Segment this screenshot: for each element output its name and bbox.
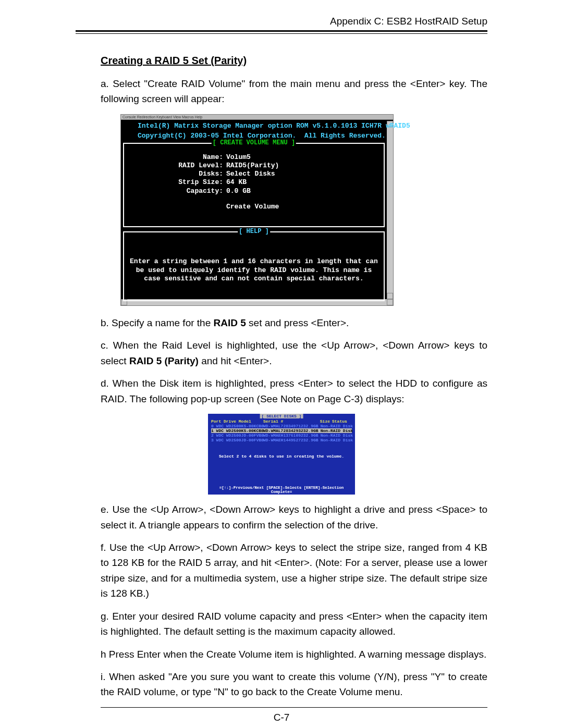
bios-console: Console Redirection Keyboard View Macros… xyxy=(120,114,394,306)
para-h: h Press Enter when the Create Volume ite… xyxy=(101,647,487,662)
scrollbar-vertical xyxy=(387,121,393,299)
disks-label: Disks: xyxy=(124,170,226,178)
para-b: b. Specify a name for the RAID 5 set and… xyxy=(101,315,487,330)
rom-header-1: Intel(R) Matrix Storage Manager option R… xyxy=(122,121,386,131)
cap-value: 0.0 GB xyxy=(226,187,251,195)
help-title: [ HELP ] xyxy=(238,228,270,235)
create-volume-box: [ CREATE VOLUME MENU ] Name:Volum5 RAID … xyxy=(123,143,385,227)
help-text: Enter a string between 1 and 16 characte… xyxy=(124,232,384,284)
page-header: Appendix C: ESB2 HostRAID Setup xyxy=(76,16,487,30)
name-value: Volum5 xyxy=(226,153,251,162)
disk-row: 1 WDC WD2500KS-00KCB0WD-WMAL72834293232.… xyxy=(211,428,352,433)
strip-value: 64 KB xyxy=(226,178,247,187)
console-menubar: Console Redirection Keyboard View Macros… xyxy=(121,115,393,120)
select-disks-popup: [ SELECT DISKS ] Port Drive Model Serial… xyxy=(208,414,355,495)
popup-message: Select 2 to 4 disks to use in creating t… xyxy=(211,442,352,459)
footer-rule xyxy=(101,707,487,708)
popup-footer: =[↑↓]-Previous/Next [SPACE]-Selects [ENT… xyxy=(208,486,355,494)
popup-title: [ SELECT DISKS ] xyxy=(260,414,303,418)
disk-row: 0 WDC WD2500KS-00KCB0WD-WMAL72834971232.… xyxy=(211,424,352,428)
create-volume-title: [ CREATE VOLUME MENU ] xyxy=(212,139,296,146)
disks-value: Select Disks xyxy=(226,170,275,178)
para-a: a. Select "Create RAID Volume" from the … xyxy=(101,76,487,107)
para-i: i. When asked "Are you sure you want to … xyxy=(101,669,487,700)
section-title: Creating a RAID 5 Set (Parity) xyxy=(101,55,487,67)
disk-row: 3 WDC WD2500JD-00FVB0WD-WMAEH1449527232.… xyxy=(211,438,352,442)
para-f: f. Use the <Up Arrow>, <Down Arrow> keys… xyxy=(101,540,487,601)
disk-row: 2 WDC WD2500JD-00FVB0WD-WMAEH1376109232.… xyxy=(211,433,352,438)
strip-label: Strip Size: xyxy=(124,178,226,187)
para-d: d. When the Disk item is highlighted, pr… xyxy=(101,376,487,406)
para-g: g. Enter your desired RAID volume capaci… xyxy=(101,609,487,639)
level-label: RAID Level: xyxy=(124,162,226,170)
cap-label: Capacity: xyxy=(124,187,226,195)
page-number: C-7 xyxy=(76,712,487,723)
create-action: Create Volume xyxy=(226,203,279,211)
para-e: e. Use the <Up Arrow>, <Down Arrow> keys… xyxy=(101,502,487,533)
popup-header-row: Port Drive Model Serial # Size Status xyxy=(211,419,352,424)
header-rule xyxy=(76,30,487,34)
name-label: Name: xyxy=(124,153,226,162)
para-c: c. When the Raid Level is highlighted, u… xyxy=(101,338,487,368)
level-value: RAID5(Parity) xyxy=(226,162,279,170)
help-box: [ HELP ] Enter a string between 1 and 16… xyxy=(123,231,385,301)
